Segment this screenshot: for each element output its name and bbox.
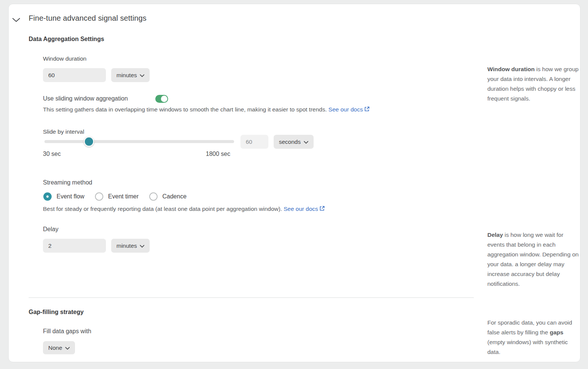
delay-unit-dropdown[interactable]: minutes xyxy=(111,239,150,253)
window-duration-unit-value: minutes xyxy=(116,72,137,79)
radio-unselected-icon xyxy=(149,192,158,201)
streaming-method-radio-group: Event flow Event timer Cadence xyxy=(43,192,187,201)
external-link-icon xyxy=(364,106,370,112)
delay-input[interactable] xyxy=(43,239,106,253)
gap-filling-heading: Gap-filling strategy xyxy=(29,309,84,316)
chevron-down-icon xyxy=(140,245,144,248)
sliding-window-toggle[interactable] xyxy=(155,95,168,103)
tip-delay: Delay is how long we wait for events tha… xyxy=(487,230,580,289)
radio-event-timer[interactable]: Event timer xyxy=(95,192,139,201)
fill-gaps-label: Fill data gaps with xyxy=(43,328,91,335)
radio-label: Event timer xyxy=(108,193,139,200)
section-heading: Data Aggregation Settings xyxy=(29,36,104,43)
slider-max-label: 1800 sec xyxy=(206,151,230,157)
slide-interval-unit-value: seconds xyxy=(279,139,301,145)
radio-event-flow[interactable]: Event flow xyxy=(43,192,84,201)
fill-gaps-value: None xyxy=(48,345,62,351)
see-our-docs-link[interactable]: See our docs xyxy=(283,206,325,212)
slider-min-label: 30 sec xyxy=(43,151,61,157)
slide-interval-label: Slide by interval xyxy=(43,128,84,135)
slide-interval-unit-dropdown[interactable]: seconds xyxy=(274,135,314,149)
sliding-window-description: This setting gathers data in overlapping… xyxy=(43,106,370,113)
fill-gaps-dropdown[interactable]: None xyxy=(43,341,75,354)
section-divider xyxy=(29,297,474,298)
tip-gap-filling: For sporadic data, you can avoid false a… xyxy=(487,318,580,357)
radio-selected-icon xyxy=(43,192,52,201)
slide-interval-slider-track[interactable] xyxy=(44,140,234,143)
chevron-down-icon xyxy=(304,141,308,144)
tip-window-duration: Window duration is how we group your dat… xyxy=(487,64,580,104)
accordion-title[interactable]: Fine-tune advanced signal settings xyxy=(29,14,146,23)
streaming-method-label: Streaming method xyxy=(43,179,92,186)
delay-unit-value: minutes xyxy=(116,242,137,249)
window-duration-input[interactable] xyxy=(43,68,106,82)
delay-label: Delay xyxy=(43,226,58,233)
see-our-docs-link[interactable]: See our docs xyxy=(328,106,369,113)
radio-label: Event flow xyxy=(57,193,84,200)
sliding-window-label: Use sliding window aggregation xyxy=(43,95,128,102)
advanced-settings-panel: Fine-tune advanced signal settings Data … xyxy=(8,4,580,362)
radio-cadence[interactable]: Cadence xyxy=(149,192,187,201)
collapse-chevron-icon[interactable] xyxy=(12,17,21,23)
slide-interval-slider-handle[interactable] xyxy=(84,136,94,147)
chevron-down-icon xyxy=(65,347,70,350)
chevron-down-icon xyxy=(140,74,144,77)
toggle-knob xyxy=(161,96,167,102)
window-duration-unit-dropdown[interactable]: minutes xyxy=(111,68,150,82)
radio-label: Cadence xyxy=(162,193,187,200)
slide-interval-input[interactable] xyxy=(240,135,268,149)
radio-unselected-icon xyxy=(95,192,103,201)
window-duration-label: Window duration xyxy=(43,55,86,62)
external-link-icon xyxy=(319,206,325,211)
streaming-method-description: Best for steady or frequently reporting … xyxy=(43,206,325,212)
